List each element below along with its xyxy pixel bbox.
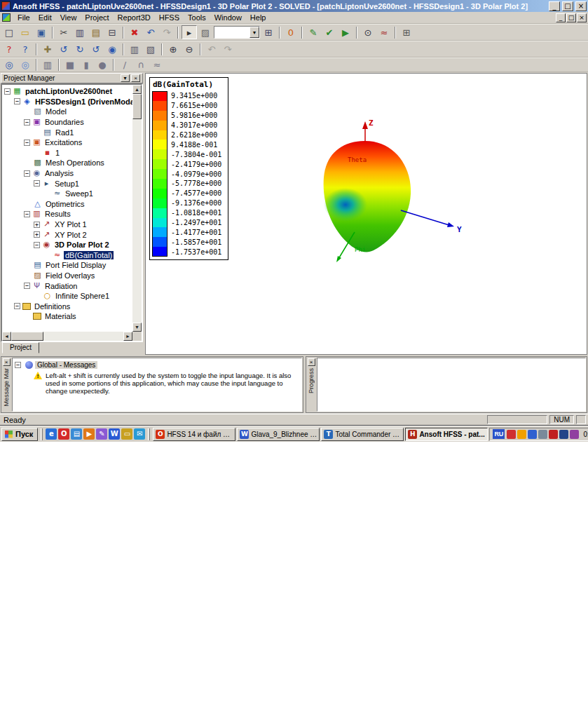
media-player-icon[interactable]: ▶ (83, 428, 95, 440)
undo-icon[interactable]: ↶ (143, 25, 158, 39)
draw-spline-icon[interactable]: ≈ (149, 58, 165, 72)
scroll-left-icon[interactable]: ◄ (2, 332, 11, 341)
grid-plane-icon[interactable]: ⊞ (261, 25, 276, 39)
resize-grip[interactable] (576, 415, 586, 424)
tree-item-field-overlays[interactable]: ▨Field Overlays (2, 271, 132, 281)
collapse-icon[interactable]: − (24, 140, 30, 146)
material-combo[interactable]: ▾ (214, 26, 260, 39)
scroll-right-icon[interactable]: ► (123, 332, 132, 341)
tree-item-xy-plot-2[interactable]: +↗XY Plot 2 (2, 229, 132, 240)
tree-item-rad1[interactable]: ▤Rad1 (2, 127, 132, 137)
restore-button[interactable]: □ (562, 1, 573, 11)
document-icon[interactable] (2, 13, 11, 22)
tile-windows-icon[interactable]: ⊞ (399, 25, 414, 39)
horizontal-scrollbar[interactable]: ◄ ► (2, 332, 132, 341)
ie-icon[interactable]: e (46, 428, 57, 440)
tree-item-xy-plot-1[interactable]: +↗XY Plot 1 (2, 219, 132, 230)
menu-window[interactable]: Window (210, 13, 246, 22)
project-manager-header[interactable]: Project Manager ▾ × (1, 73, 143, 83)
collapse-icon[interactable]: − (24, 211, 30, 217)
opera-icon[interactable]: O (58, 428, 69, 440)
close-icon[interactable]: × (3, 358, 11, 366)
menu-hfss[interactable]: HFSS (155, 13, 184, 22)
paste-icon[interactable]: ▤ (88, 25, 104, 39)
orbit-icon[interactable]: ◉ (104, 42, 120, 56)
delete-icon[interactable]: ✖ (127, 25, 142, 39)
tree-item-model[interactable]: ▧Model (2, 107, 132, 117)
tree-item-definitions[interactable]: −Definitions (2, 301, 132, 311)
collapse-icon[interactable]: − (24, 283, 30, 289)
tree-item-setup1[interactable]: −▸Setup1 (2, 178, 132, 189)
close-button[interactable]: × (575, 1, 587, 11)
view-top-icon[interactable]: ▥ (127, 42, 142, 56)
validate-icon[interactable]: ✔ (322, 25, 337, 39)
vertical-scrollbar[interactable]: ▲ ▼ (132, 85, 142, 332)
menu-report3d[interactable]: Report3D (114, 13, 155, 22)
explorer-icon[interactable]: ▭ (121, 428, 132, 440)
toolbar-grip[interactable] (148, 428, 150, 440)
language-indicator[interactable]: RU (493, 429, 505, 439)
plot-results-icon[interactable]: ≈ (376, 25, 392, 39)
draw-box-icon[interactable]: ■ (62, 58, 78, 72)
tree-item-1[interactable]: ▪1 (2, 148, 132, 158)
print-icon[interactable]: ⊟ (104, 25, 120, 39)
tab-project[interactable]: Project (2, 342, 39, 353)
taskbar-button-hfss-14[interactable]: OHFSS 14 и файл но... (153, 428, 235, 441)
scroll-up-icon[interactable]: ▲ (132, 85, 142, 94)
tree-item-mesh-operations[interactable]: ▩Mesh Operations (2, 158, 132, 168)
select-object-icon[interactable]: ▸ (182, 25, 197, 39)
scrollbar-thumb[interactable] (11, 332, 43, 341)
collapse-icon[interactable]: − (14, 98, 20, 104)
tree-item-patchliptonuve2600net[interactable]: −▦patchLiptonUve2600net (2, 86, 132, 97)
collapse-icon[interactable]: − (15, 362, 21, 368)
close-icon[interactable]: × (308, 358, 315, 366)
taskbar-button-ansoft-hfss-pat[interactable]: HAnsoft HFSS - pat... (405, 428, 488, 441)
tree-item-port-field-display[interactable]: ▤Port Field Display (2, 260, 132, 271)
solve-order-icon[interactable]: 0 (283, 25, 299, 39)
boundary-display-icon[interactable]: ▥ (40, 58, 55, 72)
new-file-icon[interactable]: □ (1, 25, 17, 39)
tree-item-optimetrics[interactable]: △Optimetrics (2, 199, 132, 210)
scroll-down-icon[interactable]: ▼ (132, 323, 142, 332)
update-icon[interactable] (517, 430, 526, 439)
taskbar-button-total-commander-7[interactable]: TTotal Commander 7... (321, 428, 404, 441)
plot-view[interactable]: dB(GainTotal) 9.3415e+0007.6615e+0005.98… (145, 73, 587, 355)
collapse-icon[interactable]: − (24, 170, 30, 177)
help-icon[interactable]: ? (1, 42, 17, 56)
open-file-icon[interactable]: ▭ (18, 25, 33, 39)
relative-cs-icon[interactable]: ◎ (18, 58, 33, 72)
mdi-close-button[interactable]: × (577, 13, 587, 22)
tree-item-infinite-sphere1[interactable]: ○Infinite Sphere1 (2, 291, 132, 302)
minimize-button[interactable]: _ (549, 1, 560, 11)
pan-icon[interactable]: ✚ (40, 42, 55, 56)
tree-item-hfssdesign1-drivenmoda[interactable]: −◈HFSSDesign1 (DrivenModa (2, 97, 132, 107)
tree-item-materials[interactable]: Materials (2, 311, 132, 322)
chevron-down-icon[interactable]: ▾ (121, 74, 130, 82)
mdi-minimize-button[interactable]: _ (556, 13, 566, 22)
draw-sphere-icon[interactable]: ● (95, 58, 110, 72)
cut-icon[interactable]: ✂ (56, 25, 71, 39)
draw-line-icon[interactable]: / (117, 58, 132, 72)
messenger-icon[interactable] (549, 430, 558, 439)
tree-item-sweep1[interactable]: ≈Sweep1 (2, 189, 132, 199)
edit-sources-icon[interactable]: ✎ (306, 25, 321, 39)
menu-view[interactable]: View (56, 13, 81, 22)
zoom-out-icon[interactable]: ⊖ (182, 42, 197, 56)
zoom-tool-icon[interactable]: ⊙ (360, 25, 376, 39)
collapse-icon[interactable]: − (14, 303, 20, 309)
rotate-axis-icon[interactable]: ↻ (72, 42, 88, 56)
expand-icon[interactable]: + (34, 222, 40, 228)
tree-item-analysis[interactable]: −◉Analysis (2, 168, 132, 179)
analyze-icon[interactable]: ▶ (338, 25, 353, 39)
draw-arc-icon[interactable]: ∩ (133, 58, 149, 72)
radiation-pattern-3d[interactable]: Z Theta Y Phi (264, 113, 481, 274)
collapse-icon[interactable]: − (34, 242, 40, 248)
zoom-in-icon[interactable]: ⊕ (165, 42, 181, 56)
toolbar-grip[interactable] (41, 428, 43, 440)
view-iso-icon[interactable]: ▧ (143, 42, 158, 56)
collapse-icon[interactable]: − (4, 88, 11, 95)
close-icon[interactable]: × (131, 74, 140, 82)
spin-icon[interactable]: ↺ (88, 42, 104, 56)
mdi-restore-button[interactable]: □ (566, 13, 576, 22)
tree-item-radiation[interactable]: −ΨRadiation (2, 280, 132, 291)
